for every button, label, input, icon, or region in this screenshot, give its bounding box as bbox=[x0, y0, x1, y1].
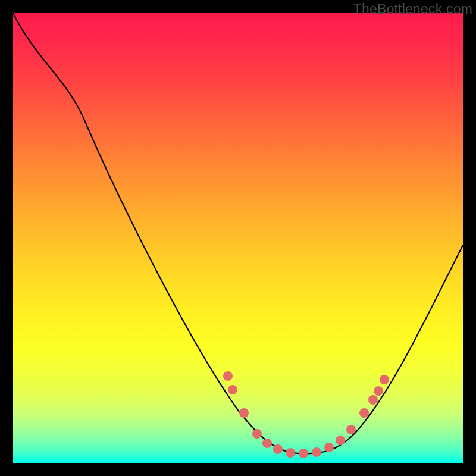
gradient-background bbox=[13, 13, 463, 463]
watermark-text: TheBottleneck.com bbox=[353, 1, 472, 17]
chart-frame bbox=[13, 13, 463, 463]
